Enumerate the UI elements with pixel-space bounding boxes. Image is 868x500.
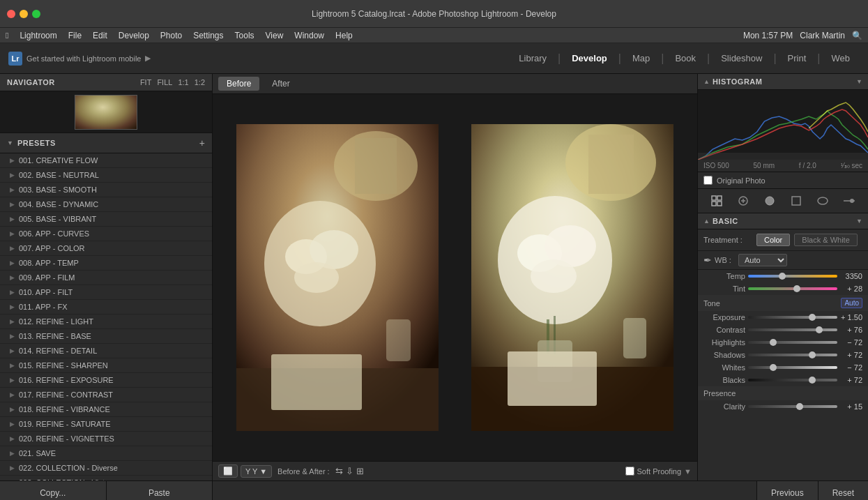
close-button[interactable] (7, 10, 15, 18)
list-item[interactable]: ▶ 018. REFINE - VIBRANCE (0, 402, 212, 417)
view-mode-button[interactable]: ⬜ (218, 464, 238, 478)
list-item[interactable]: ▶ 019. REFINE - SATURATE (0, 417, 212, 432)
module-library[interactable]: Library (509, 50, 556, 66)
list-item[interactable]: ▶ 014. REFINE - DETAIL (0, 344, 212, 358)
eyedropper-icon[interactable]: ✒ (703, 255, 712, 266)
basic-collapse-icon[interactable]: ▲ (703, 218, 710, 225)
list-item[interactable]: ▶ 020. REFINE - VIGNETTES (0, 432, 212, 446)
list-item[interactable]: ▶ 017. REFINE - CONTRAST (0, 388, 212, 402)
preset-label: 009. APP - FILM (19, 273, 75, 282)
reset-button[interactable]: Reset (818, 481, 868, 500)
layout-icon[interactable]: ⊞ (356, 466, 364, 476)
list-item[interactable]: ▶ 016. REFINE - EXPOSURE (0, 373, 212, 388)
list-item[interactable]: ▶ 004. BASE - DYNAMIC (0, 197, 212, 212)
basic-dropdown-icon[interactable]: ▼ (856, 218, 862, 225)
menu-tools[interactable]: Tools (235, 31, 254, 40)
menu-apple[interactable]:  (6, 31, 8, 40)
previous-button[interactable]: Previous (756, 481, 818, 500)
copy-down-icon[interactable]: ⇩ (346, 466, 353, 476)
module-map[interactable]: Map (623, 50, 660, 66)
presets-collapse-icon[interactable]: ▼ (7, 139, 13, 146)
menu-lightroom[interactable]: Lightroom (20, 31, 56, 40)
window-controls[interactable] (7, 10, 40, 18)
swap-horizontal-icon[interactable]: ⇆ (335, 466, 343, 476)
maximize-button[interactable] (32, 10, 40, 18)
soft-proofing-dropdown-icon[interactable]: ▼ (684, 467, 692, 476)
add-preset-icon[interactable]: + (199, 137, 205, 149)
menu-file[interactable]: File (68, 31, 82, 40)
preset-label: 004. BASE - DYNAMIC (19, 200, 98, 209)
list-item[interactable]: ▶ 010. APP - FILT (0, 285, 212, 300)
module-slideshow[interactable]: Slideshow (711, 50, 772, 66)
svg-rect-2 (355, 138, 397, 194)
menu-develop[interactable]: Develop (119, 31, 149, 40)
circle-icon[interactable] (761, 192, 778, 209)
list-item[interactable]: ▶ 009. APP - FILM (0, 271, 212, 285)
topnav: Lr Get started with Lightroom mobile ▶ L… (0, 43, 868, 74)
whites-value: − 72 (840, 363, 862, 372)
histogram-expand-icon[interactable]: ▲ (703, 78, 710, 85)
one-to-one-btn[interactable]: 1:1 (178, 78, 188, 86)
menu-help[interactable]: Help (335, 31, 353, 40)
paste-button[interactable]: Paste (107, 481, 213, 500)
auto-tone-button[interactable]: Auto (841, 298, 862, 308)
module-develop[interactable]: Develop (562, 50, 617, 66)
list-item[interactable]: ▶ 002. BASE - NEUTRAL (0, 168, 212, 183)
fill-btn[interactable]: FILL (157, 78, 172, 86)
menu-edit[interactable]: Edit (93, 31, 107, 40)
menu-view[interactable]: View (266, 31, 284, 40)
grid-view-icon[interactable] (708, 192, 725, 209)
histogram-display (698, 90, 868, 160)
menu-window[interactable]: Window (294, 31, 324, 40)
exposure-slider[interactable] (748, 316, 837, 319)
whites-slider[interactable] (748, 366, 837, 369)
copy-button[interactable]: Copy... (0, 481, 107, 500)
original-photo-checkbox[interactable] (703, 176, 713, 185)
menu-settings[interactable]: Settings (193, 31, 223, 40)
color-treatment-button[interactable]: Color (756, 234, 790, 246)
list-item[interactable]: ▶ 013. REFINE - BASE (0, 329, 212, 344)
menu-photo[interactable]: Photo (160, 31, 182, 40)
after-photo (471, 124, 673, 431)
after-tab[interactable]: After (264, 77, 298, 91)
temp-slider[interactable] (748, 275, 837, 278)
ratio-btn[interactable]: 1:2 (195, 78, 205, 86)
list-item[interactable]: ▶ 015. REFINE - SHARPEN (0, 358, 212, 373)
search-icon[interactable]: 🔍 (852, 31, 862, 40)
soft-proofing-checkbox[interactable] (625, 467, 634, 476)
list-item[interactable]: ▶ 005. BASE - VIBRANT (0, 212, 212, 227)
list-item[interactable]: ▶ 021. SAVE (0, 446, 212, 461)
blacks-slider[interactable] (748, 379, 837, 381)
preset-arrow-icon: ▶ (10, 347, 15, 354)
list-item[interactable]: ▶ 011. APP - FX (0, 300, 212, 315)
bw-treatment-button[interactable]: Black & White (794, 234, 857, 246)
list-item[interactable]: ▶ 006. APP - CURVES (0, 227, 212, 241)
list-item[interactable]: ▶ 001. CREATIVE FLOW (0, 153, 212, 168)
square-icon[interactable] (788, 192, 805, 209)
list-item[interactable]: ▶ 012. REFINE - LIGHT (0, 315, 212, 329)
minimize-button[interactable] (20, 10, 28, 18)
circle-outline-icon[interactable] (814, 192, 831, 209)
tint-slider[interactable] (748, 287, 837, 290)
list-item[interactable]: ▶ 023. COLLECTION - Vintage (0, 476, 212, 480)
clarity-slider[interactable] (748, 405, 837, 408)
list-item[interactable]: ▶ 007. APP - COLOR (0, 241, 212, 256)
before-tab[interactable]: Before (218, 77, 259, 91)
yy-button[interactable]: Y Y ▼ (241, 465, 272, 478)
list-item[interactable]: ▶ 003. BASE - SMOOTH (0, 183, 212, 197)
wb-select[interactable]: Auto As Shot Daylight Cloudy Custom (738, 254, 787, 266)
slider-icon[interactable] (841, 192, 858, 209)
list-item[interactable]: ▶ 022. COLLECTION - Diverse (0, 461, 212, 476)
module-web[interactable]: Web (822, 50, 860, 66)
circle-plus-icon[interactable] (735, 192, 752, 209)
histogram-dropdown-icon[interactable]: ▼ (856, 78, 862, 85)
highlights-slider[interactable] (748, 341, 837, 344)
fit-btn[interactable]: FIT (140, 78, 152, 86)
window-title: Lightroom 5 Catalog.lrcat - Adobe Photos… (312, 9, 556, 19)
shadows-slider[interactable] (748, 354, 837, 356)
module-print[interactable]: Print (778, 50, 816, 66)
module-book[interactable]: Book (665, 50, 706, 66)
contrast-slider[interactable] (748, 328, 837, 331)
shadows-label: Shadows (703, 351, 745, 359)
list-item[interactable]: ▶ 008. APP - TEMP (0, 256, 212, 271)
